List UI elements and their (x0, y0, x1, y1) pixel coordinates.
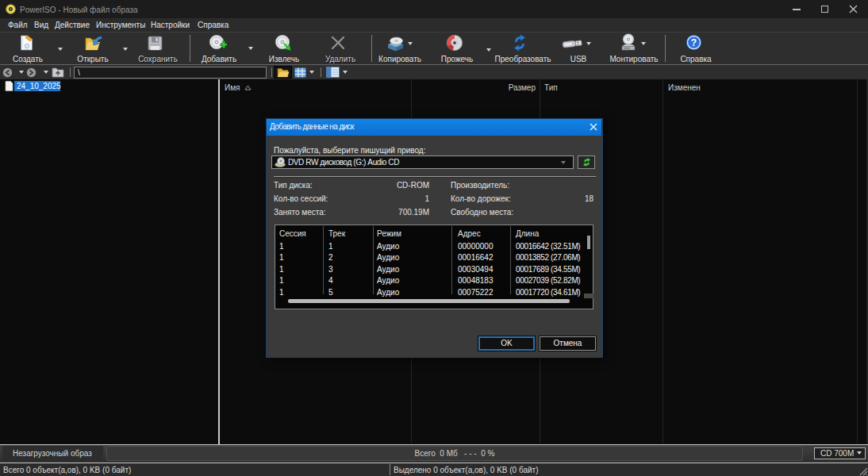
svg-text:?: ? (691, 37, 697, 48)
